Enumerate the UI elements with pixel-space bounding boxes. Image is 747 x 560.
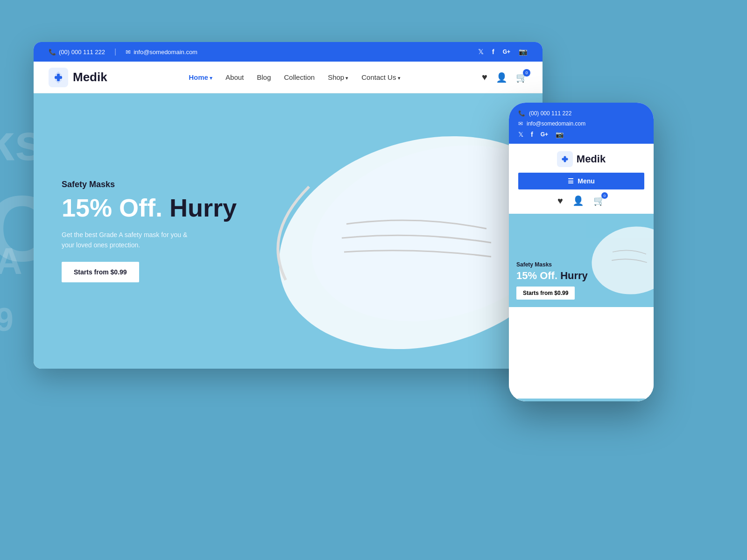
nav-action-icons: ♥ 👤 🛒 0 (482, 72, 528, 83)
main-nav: Home About Blog Collection Shop Contact … (189, 73, 400, 81)
phone-icon: 📞 (49, 49, 56, 56)
mobile-email-address: info@somedomain.com (527, 120, 585, 127)
email-row: ✉ info@somedomain.com (126, 49, 197, 56)
account-button[interactable]: 👤 (496, 72, 507, 83)
mobile-instagram-icon[interactable]: 📷 (556, 131, 564, 138)
phone-number: (00) 000 111 222 (59, 49, 105, 56)
mobile-cart-badge: 0 (601, 192, 608, 199)
brand-name: Medik (73, 70, 107, 84)
desktop-hero: Safety Masks 15% Off. Hurry Get the best… (34, 93, 543, 369)
desktop-topbar: 📞 (00) 000 111 222 | ✉ info@somedomain.c… (34, 42, 543, 62)
mobile-email-row: ✉ info@somedomain.com (518, 120, 644, 127)
mobile-brand-name: Medik (577, 153, 606, 165)
bg-text-price: 9 (0, 303, 14, 336)
mobile-menu-button[interactable]: ☰ Menu (518, 173, 644, 189)
hamburger-icon: ☰ (568, 177, 574, 185)
logo-icon (49, 68, 68, 87)
mobile-wishlist-button[interactable]: ♥ (557, 196, 563, 206)
twitter-icon[interactable]: 𝕏 (478, 48, 484, 56)
nav-shop[interactable]: Shop (328, 73, 348, 81)
svg-rect-7 (562, 158, 568, 161)
menu-label: Menu (578, 177, 595, 185)
desktop-mockup: 📞 (00) 000 111 222 | ✉ info@somedomain.c… (34, 42, 543, 369)
mobile-phone-number: (00) 000 111 222 (529, 110, 571, 117)
mobile-brand-logo[interactable]: Medik (557, 151, 606, 167)
email-icon: ✉ (126, 49, 131, 56)
google-plus-icon[interactable]: G+ (503, 49, 510, 55)
mobile-social-row: 𝕏 f G+ 📷 (518, 131, 644, 138)
topbar-left: 📞 (00) 000 111 222 | ✉ info@somedomain.c… (49, 48, 197, 56)
cart-button[interactable]: 🛒 0 (516, 72, 528, 83)
nav-about[interactable]: About (226, 73, 244, 81)
nav-blog[interactable]: Blog (257, 73, 271, 81)
mobile-twitter-icon[interactable]: 𝕏 (518, 131, 523, 138)
bg-text-a: A (0, 243, 22, 280)
wishlist-button[interactable]: ♥ (482, 72, 487, 83)
mobile-action-icons: ♥ 👤 🛒 0 (557, 195, 605, 206)
hero-subtitle: Safety Masks (62, 180, 237, 189)
mobile-hero-cta[interactable]: Starts from $0.99 (516, 287, 575, 300)
mobile-mask-illustration (579, 214, 654, 307)
hero-title-hurry: Hurry (169, 194, 237, 222)
svg-point-8 (586, 220, 654, 301)
topbar-right: 𝕏 f G+ 📷 (478, 48, 528, 56)
mobile-hero-percent: 15% Off. (516, 270, 557, 281)
mobile-bottom-button[interactable] (516, 399, 646, 401)
cart-badge: 0 (523, 69, 530, 77)
mobile-account-button[interactable]: 👤 (572, 195, 584, 206)
svg-rect-2 (55, 76, 62, 79)
hero-description: Get the best Grade A safety mask for you… (62, 230, 202, 251)
phone-row: 📞 (00) 000 111 222 (49, 49, 105, 56)
mobile-navbar: Medik ☰ Menu ♥ 👤 🛒 0 (509, 144, 654, 214)
mobile-mockup: 📞 (00) 000 111 222 ✉ info@somedomain.com… (509, 103, 654, 401)
mobile-logo-icon (557, 151, 573, 167)
nav-collection[interactable]: Collection (284, 73, 315, 81)
mobile-phone-row: 📞 (00) 000 111 222 (518, 110, 644, 117)
brand-logo[interactable]: Medik (49, 68, 107, 87)
desktop-navbar: Medik Home About Blog Collection Shop Co… (34, 62, 543, 93)
mobile-cart-button[interactable]: 🛒 0 (593, 195, 605, 206)
mobile-phone-icon: 📞 (518, 110, 525, 117)
facebook-icon[interactable]: f (492, 48, 494, 56)
hero-title-percent: 15% Off. (62, 194, 162, 222)
mobile-hero: Safety Masks 15% Off. Hurry Starts from … (509, 214, 654, 307)
mobile-bottom-area (509, 307, 654, 401)
nav-home[interactable]: Home (189, 73, 212, 81)
hero-cta-button[interactable]: Starts from $0.99 (62, 262, 139, 282)
mobile-facebook-icon[interactable]: f (531, 131, 533, 138)
mobile-topbar: 📞 (00) 000 111 222 ✉ info@somedomain.com… (509, 103, 654, 144)
divider: | (114, 48, 116, 56)
mobile-email-icon: ✉ (518, 120, 523, 127)
nav-contact[interactable]: Contact Us (361, 73, 400, 81)
hero-content: Safety Masks 15% Off. Hurry Get the best… (62, 180, 237, 282)
instagram-icon[interactable]: 📷 (519, 48, 528, 56)
email-address: info@somedomain.com (134, 49, 197, 56)
mask-illustration (216, 93, 543, 369)
hero-title: 15% Off. Hurry (62, 194, 237, 222)
mobile-google-plus-icon[interactable]: G+ (541, 131, 548, 138)
